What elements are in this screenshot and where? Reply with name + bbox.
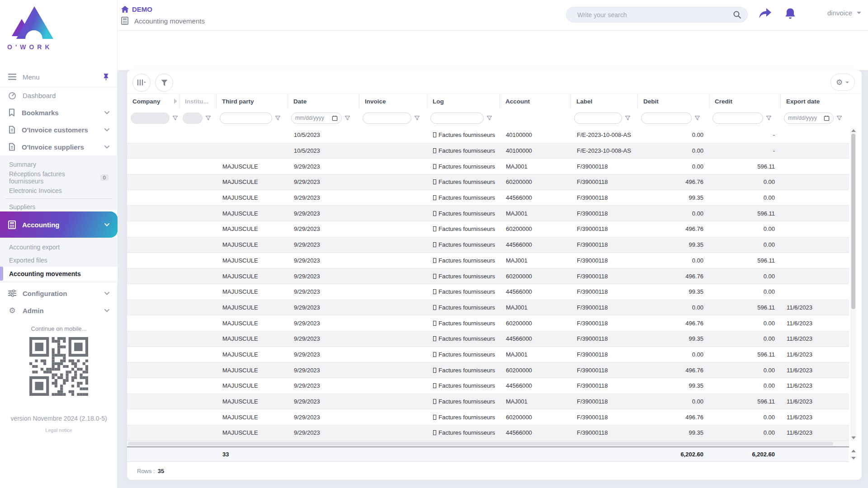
- submenu-item-exported-files[interactable]: Exported files: [0, 253, 118, 267]
- column-header-export-date[interactable]: Export date: [780, 94, 849, 108]
- column-header-account[interactable]: Account: [500, 94, 571, 108]
- vertical-scrollbar[interactable]: [850, 127, 856, 441]
- table-row[interactable]: 10/5/2023Factures fournisseurs40100000F/…: [127, 127, 849, 143]
- credit-filter-input[interactable]: [717, 115, 759, 121]
- table-row[interactable]: MAJUSCULE9/29/2023Factures fournisseurs6…: [127, 315, 849, 331]
- scroll-up-arrow[interactable]: [851, 129, 856, 132]
- funnel-icon[interactable]: [344, 115, 350, 121]
- search-input[interactable]: [577, 11, 733, 19]
- expand-columns-icon[interactable]: [174, 99, 177, 104]
- totals-scrollbar[interactable]: [850, 449, 856, 460]
- funnel-icon[interactable]: [694, 115, 700, 121]
- table-row[interactable]: MAJUSCULE9/29/2023Factures fournisseurs6…: [127, 268, 849, 284]
- vertical-scrollbar-thumb[interactable]: [851, 134, 855, 309]
- export-date-filter-input[interactable]: [788, 115, 824, 121]
- sidebar-item-oinvoice-suppliers[interactable]: O'Invoice suppliers: [0, 138, 118, 155]
- table-row[interactable]: MAJUSCULE9/29/2023Factures fournisseursM…: [127, 253, 849, 269]
- funnel-icon[interactable]: [205, 115, 211, 121]
- horizontal-scrollbar-thumb[interactable]: [128, 442, 833, 446]
- table-row[interactable]: MAJUSCULE9/29/2023Factures fournisseursM…: [127, 300, 849, 316]
- column-header-date[interactable]: Date: [288, 94, 359, 108]
- table-row[interactable]: MAJUSCULE9/29/2023Factures fournisseursM…: [127, 159, 849, 174]
- submenu-item-accounting-export[interactable]: Accounting export: [0, 240, 118, 253]
- table-row[interactable]: MAJUSCULE9/29/2023Factures fournisseurs4…: [127, 331, 849, 347]
- table-row[interactable]: MAJUSCULE9/29/2023Factures fournisseursM…: [127, 394, 849, 410]
- scroll-up-arrow[interactable]: [851, 450, 856, 452]
- column-header-label[interactable]: Label: [571, 94, 637, 108]
- user-menu[interactable]: dinvoice: [827, 9, 861, 17]
- table-settings-button[interactable]: ⚙: [830, 74, 855, 91]
- institution-filter-input[interactable]: [187, 115, 198, 121]
- funnel-icon[interactable]: [766, 115, 772, 121]
- table-row[interactable]: MAJUSCULE9/29/2023Factures fournisseurs4…: [127, 237, 849, 253]
- chevron-down-icon: [104, 309, 109, 312]
- breadcrumb[interactable]: DEMO: [121, 5, 152, 13]
- sidebar-item-dashboard[interactable]: Dashboard: [0, 87, 118, 104]
- cell-third-party: MAJUSCULE: [216, 284, 288, 300]
- menu-toggle[interactable]: Menu: [0, 67, 118, 87]
- scroll-down-arrow[interactable]: [851, 457, 856, 460]
- funnel-icon[interactable]: [625, 115, 631, 121]
- submenu-item-electronic-invoices[interactable]: Electronic Invoices: [0, 184, 118, 197]
- table-row[interactable]: MAJUSCULE9/29/2023Factures fournisseurs6…: [127, 221, 849, 237]
- sidebar-item-oinvoice-customers[interactable]: O'Invoice customers: [0, 121, 118, 138]
- qr-code: [29, 337, 88, 396]
- table-row[interactable]: MAJUSCULE9/29/2023Factures fournisseurs6…: [127, 174, 849, 190]
- log-glyph-icon: [433, 383, 436, 388]
- table-row[interactable]: MAJUSCULE9/29/2023Factures fournisseurs4…: [127, 425, 849, 441]
- cell-log: Factures fournisseurs: [427, 378, 500, 394]
- column-chooser-button[interactable]: [132, 74, 151, 92]
- search-icon[interactable]: [733, 11, 741, 19]
- calendar-icon[interactable]: [824, 115, 830, 121]
- table-row[interactable]: MAJUSCULE9/29/2023Factures fournisseurs6…: [127, 409, 849, 425]
- funnel-icon[interactable]: [486, 115, 492, 121]
- cell-debit: 0.00: [637, 347, 709, 362]
- submenu-divider: [5, 198, 112, 199]
- date-filter-input[interactable]: [295, 115, 332, 121]
- scroll-down-arrow[interactable]: [851, 436, 856, 439]
- label-filter-input[interactable]: [578, 115, 618, 121]
- log-glyph-icon: [433, 211, 436, 216]
- funnel-icon[interactable]: [275, 115, 281, 121]
- notifications-bell-icon[interactable]: [784, 8, 796, 20]
- debit-filter-input[interactable]: [645, 115, 688, 121]
- column-header-third-party[interactable]: Third party: [216, 94, 288, 108]
- cell-export-date: [780, 284, 849, 300]
- table-row[interactable]: MAJUSCULE9/29/2023Factures fournisseursM…: [127, 347, 849, 363]
- sidebar-item-bookmarks[interactable]: Bookmarks: [0, 104, 118, 121]
- log-filter-input[interactable]: [434, 115, 480, 121]
- column-header-invoice[interactable]: Invoice: [359, 94, 427, 108]
- sidebar-item-accounting[interactable]: Accounting: [0, 211, 118, 238]
- invoice-filter-input[interactable]: [367, 115, 407, 121]
- horizontal-scrollbar[interactable]: [127, 441, 849, 446]
- filter-button[interactable]: [155, 74, 173, 92]
- table-row[interactable]: MAJUSCULE9/29/2023Factures fournisseurs4…: [127, 284, 849, 300]
- table-row[interactable]: MAJUSCULE9/29/2023Factures fournisseurs4…: [127, 190, 849, 206]
- sidebar-item-configuration[interactable]: Configuration: [0, 285, 118, 302]
- column-header-institution[interactable]: Institu...: [179, 94, 216, 108]
- total-invoice: [359, 447, 427, 461]
- funnel-icon[interactable]: [836, 115, 842, 121]
- pin-icon[interactable]: [103, 73, 109, 81]
- funnel-icon[interactable]: [172, 115, 178, 121]
- calendar-icon[interactable]: [332, 115, 338, 121]
- column-header-company[interactable]: Company: [127, 94, 179, 108]
- table-row[interactable]: MAJUSCULE9/29/2023Factures fournisseursM…: [127, 206, 849, 221]
- cell-credit: -: [709, 127, 780, 143]
- column-header-log[interactable]: Log: [427, 94, 500, 108]
- column-header-credit[interactable]: Credit: [709, 94, 780, 108]
- log-glyph-icon: [433, 399, 436, 404]
- submenu-item-receptions[interactable]: Réceptions factures fournisseurs 0: [0, 171, 118, 184]
- funnel-icon[interactable]: [414, 115, 420, 121]
- submenu-item-accounting-movements[interactable]: Accounting movements: [0, 267, 118, 281]
- company-filter-input[interactable]: [135, 115, 165, 121]
- table-row[interactable]: MAJUSCULE9/29/2023Factures fournisseurs4…: [127, 378, 849, 394]
- legal-notice-link[interactable]: Legal notice: [0, 427, 118, 433]
- third-party-filter-input[interactable]: [224, 115, 268, 121]
- table-row[interactable]: 10/5/2023Factures fournisseurs40100000F/…: [127, 143, 849, 159]
- column-header-debit[interactable]: Debit: [637, 94, 709, 108]
- submenu-item-summary[interactable]: Summary: [0, 158, 118, 171]
- share-icon[interactable]: [759, 8, 772, 19]
- table-row[interactable]: MAJUSCULE9/29/2023Factures fournisseurs6…: [127, 362, 849, 378]
- sidebar-item-admin[interactable]: ⚙ Admin: [0, 302, 118, 319]
